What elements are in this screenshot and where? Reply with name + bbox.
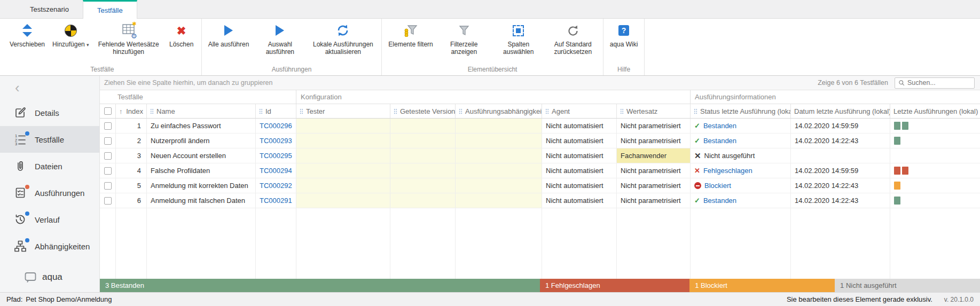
row-checkbox[interactable] <box>104 197 112 205</box>
move-button[interactable]: Verschieben <box>7 21 47 48</box>
row-id-link[interactable]: TC000295 <box>256 148 296 163</box>
row-version[interactable] <box>390 163 456 178</box>
sidebar-item-label: Abhängigkeiten <box>35 242 90 251</box>
column-header-id[interactable]: Id <box>256 104 296 118</box>
row-valueset[interactable]: Nicht parametrisiert <box>617 163 691 178</box>
gear-icon: ⚙ <box>131 32 137 40</box>
table-row[interactable]: 4 Falsche Profildaten TC000294 Nicht aut… <box>100 163 980 178</box>
row-dependency[interactable] <box>456 178 542 193</box>
show-filter-row-button[interactable]: Filterzeile anzeigen <box>438 21 490 56</box>
select-all-checkbox[interactable] <box>104 107 112 115</box>
row-id-link[interactable]: TC000291 <box>256 193 296 208</box>
group-by-hint[interactable]: Ziehen Sie eine Spalte hierhin, um danac… <box>104 79 811 87</box>
table-row[interactable]: 6 Anmeldung mit falschen Daten TC000291 … <box>100 193 980 208</box>
column-header-agent[interactable]: Agent <box>542 104 617 118</box>
collapse-sidebar-button[interactable]: ‹ <box>0 76 99 99</box>
row-version[interactable] <box>390 193 456 208</box>
column-header-datum[interactable]: Datum letzte Ausführung (lokal) <box>791 104 890 118</box>
table-row[interactable]: 5 Anmeldung mit korrekten Daten TC000292… <box>100 178 980 193</box>
sidebar-item-details[interactable]: Details <box>0 99 99 126</box>
row-id-link[interactable]: TC000294 <box>256 163 296 178</box>
dropdown-arrow-icon: ▾ <box>87 42 89 48</box>
tab-testfaelle[interactable]: Testfälle <box>83 0 137 19</box>
column-header-name[interactable]: Name <box>147 104 256 118</box>
column-filter-icon[interactable] <box>259 108 263 114</box>
column-filter-icon[interactable] <box>459 108 462 114</box>
column-header-letzte-ausfuehrungen[interactable]: Letzte Ausführungen (lokal) <box>890 104 980 118</box>
row-agent[interactable]: Nicht automatisiert <box>542 163 617 178</box>
grid-toolbar: Ziehen Sie eine Spalte hierhin, um danac… <box>100 76 980 90</box>
delete-button[interactable]: ✖ Löschen <box>166 21 197 48</box>
column-filter-icon[interactable] <box>150 108 154 114</box>
row-agent[interactable]: Nicht automatisiert <box>542 178 617 193</box>
refresh-local-executions-button[interactable]: Lokale Ausführungen aktualisieren <box>309 21 377 56</box>
row-version[interactable] <box>390 119 456 133</box>
run-selection-button[interactable]: Auswahl ausführen <box>254 21 305 56</box>
row-checkbox[interactable] <box>104 167 112 175</box>
row-dependency[interactable] <box>456 163 542 178</box>
add-button[interactable]: Hinzufügen ▾ <box>50 21 91 48</box>
column-filter-icon[interactable] <box>545 108 549 114</box>
column-header-wertesatz[interactable]: Wertesatz <box>617 104 691 118</box>
add-missing-valuesets-button[interactable]: ✱ ⚙ Fehlende Wertesätze hinzufügen <box>95 21 163 56</box>
sidebar-item-ausfuehrungen[interactable]: Ausführungen <box>0 179 99 206</box>
row-checkbox[interactable] <box>104 137 112 145</box>
row-version[interactable] <box>390 148 456 163</box>
column-filter-icon[interactable] <box>300 108 303 114</box>
row-dependency[interactable] <box>456 148 542 163</box>
run-all-button[interactable]: Alle ausführen <box>206 21 252 48</box>
filter-elements-button[interactable]: Elemente filtern <box>386 21 435 48</box>
row-id-link[interactable]: TC000292 <box>256 178 296 193</box>
row-agent[interactable]: Nicht automatisiert <box>542 193 617 208</box>
row-valueset[interactable]: Nicht parametrisiert <box>617 134 691 148</box>
column-header-getestete-version[interactable]: Getestete Version <box>390 104 456 118</box>
column-filter-icon[interactable] <box>394 108 397 114</box>
row-valueset[interactable]: Nicht parametrisiert <box>617 119 691 133</box>
row-valueset[interactable]: Nicht parametrisiert <box>617 193 691 208</box>
search-input[interactable] <box>907 79 971 87</box>
row-status: Blockiert <box>691 178 791 193</box>
column-header-index[interactable]: ↑Index <box>116 104 147 118</box>
column-filter-icon[interactable] <box>620 108 624 114</box>
row-valueset[interactable]: Fachanwender <box>617 148 691 163</box>
row-agent[interactable]: Nicht automatisiert <box>542 119 617 133</box>
row-version[interactable] <box>390 134 456 148</box>
search-box[interactable] <box>895 77 975 89</box>
table-row[interactable]: 3 Neuen Account erstellen TC000295 Nicht… <box>100 148 980 163</box>
column-header-tester[interactable]: Tester <box>296 104 390 118</box>
table-row[interactable]: 2 Nutzerprofil ändern TC000293 Nicht aut… <box>100 134 980 148</box>
row-tester[interactable] <box>296 119 390 133</box>
row-id-link[interactable]: TC000293 <box>256 134 296 148</box>
column-header-status[interactable]: Status letzte Ausführung (lokal) <box>691 104 791 118</box>
row-dependency[interactable] <box>456 193 542 208</box>
tab-testszenario[interactable]: Testszenario <box>16 0 83 18</box>
reset-to-default-button[interactable]: Auf Standard zurücksetzen <box>547 21 599 56</box>
row-checkbox[interactable] <box>104 182 112 190</box>
row-tester[interactable] <box>296 134 390 148</box>
sidebar-item-testfaelle[interactable]: 123 Testfälle <box>0 126 99 153</box>
row-dependency[interactable] <box>456 119 542 133</box>
row-version[interactable] <box>390 178 456 193</box>
row-tester[interactable] <box>296 163 390 178</box>
row-agent[interactable]: Nicht automatisiert <box>542 134 617 148</box>
row-tester[interactable] <box>296 178 390 193</box>
aqua-wiki-button[interactable]: ? aqua Wiki <box>608 21 640 48</box>
sidebar-item-verlauf[interactable]: Verlauf <box>0 206 99 233</box>
row-agent[interactable]: Nicht automatisiert <box>542 148 617 163</box>
row-tester[interactable] <box>296 148 390 163</box>
sort-ascending-icon: ↑ <box>119 107 123 115</box>
row-dependency[interactable] <box>456 134 542 148</box>
column-header-ausfuehrungsabhaengigkeit[interactable]: Ausführungsabhängigkeit? <box>456 104 542 118</box>
row-checkbox[interactable] <box>104 122 112 130</box>
column-filter-icon[interactable] <box>694 108 697 114</box>
row-tester[interactable] <box>296 193 390 208</box>
row-id-link[interactable]: TC000296 <box>256 119 296 133</box>
sidebar-item-abhaengigkeiten[interactable]: Abhängigkeiten <box>0 233 99 260</box>
row-checkbox[interactable] <box>104 152 112 160</box>
sidebar-item-label: Testfälle <box>35 135 64 144</box>
row-executions <box>890 119 980 133</box>
row-valueset[interactable]: Nicht parametrisiert <box>617 178 691 193</box>
table-row[interactable]: 1 Zu einfaches Passwort TC000296 Nicht a… <box>100 119 980 134</box>
choose-columns-button[interactable]: Spalten auswählen <box>493 21 544 56</box>
sidebar-item-dateien[interactable]: Dateien <box>0 153 99 179</box>
